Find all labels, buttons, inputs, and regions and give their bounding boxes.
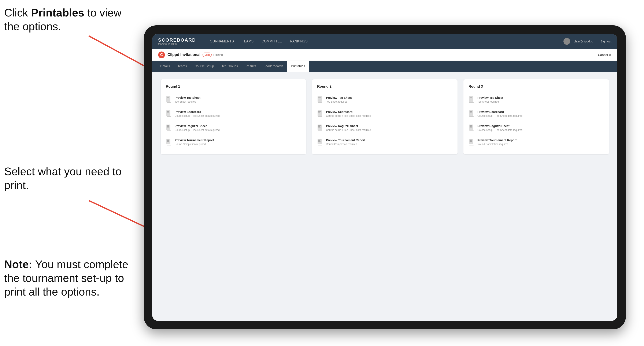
tournament-name: Clippd Invitational (168, 53, 200, 57)
svg-rect-40 (318, 145, 322, 146)
tournament-logo: C (158, 51, 165, 58)
scorecard-icon-r1 (166, 110, 172, 118)
cancel-button[interactable]: Cancel ✕ (598, 53, 612, 57)
svg-rect-38 (318, 127, 320, 128)
instruction-bottom: Note: You must complete the tournament s… (4, 258, 135, 299)
round2-tournament-report-text: Preview Tournament Report Round Completi… (326, 138, 365, 146)
round3-tee-sheet-title: Preview Tee Sheet (478, 96, 503, 100)
round2-raguzzi-text: Preview Raguzzi Sheet Course setup + Tee… (326, 124, 371, 132)
round1-tee-sheet-text: Preview Tee Sheet Tee Sheet required (175, 96, 200, 104)
svg-rect-26 (318, 97, 321, 98)
tab-tee-groups[interactable]: Tee Groups (218, 61, 242, 72)
nav-committee[interactable]: COMMITTEE (258, 38, 285, 45)
round-1-section: Round 1 Preview Tee Sheet Tee Sheet requ… (161, 79, 306, 154)
svg-rect-21 (167, 140, 169, 140)
svg-rect-18 (167, 127, 169, 128)
logo-area: SCOREBOARD Powered by clippd (158, 38, 196, 45)
round1-raguzzi-sub: Course setup + Tee Sheet data required (175, 128, 220, 132)
scorecard-icon-r3 (468, 110, 475, 118)
round2-tournament-report-title: Preview Tournament Report (326, 138, 365, 142)
hosting-badge: Hosting (213, 53, 223, 56)
round2-raguzzi[interactable]: Preview Raguzzi Sheet Course setup + Tee… (317, 121, 452, 135)
round1-scorecard[interactable]: Preview Scorecard Course setup + Tee She… (166, 107, 301, 121)
tab-printables[interactable]: Printables (287, 61, 309, 72)
svg-rect-6 (167, 97, 169, 98)
round-3-title: Round 3 (468, 84, 604, 89)
user-avatar (564, 38, 570, 45)
round1-tee-sheet-title: Preview Tee Sheet (175, 96, 200, 100)
round1-tee-sheet-sub: Tee Sheet required (175, 100, 200, 104)
svg-rect-11 (167, 111, 169, 112)
round-3-section: Round 3 Preview Tee Sheet Tee Sheet requ… (464, 79, 609, 154)
round1-tee-sheet[interactable]: Preview Tee Sheet Tee Sheet required (166, 93, 301, 107)
svg-rect-17 (167, 126, 169, 127)
round2-scorecard[interactable]: Preview Scorecard Course setup + Tee She… (317, 107, 452, 121)
tee-sheet-icon-r1 (166, 96, 172, 104)
sub-header: C Clippd Invitational Men Hosting Cancel… (152, 49, 617, 61)
round3-scorecard[interactable]: Preview Scorecard Course setup + Tee She… (468, 107, 604, 121)
round3-tee-sheet-sub: Tee Sheet required (478, 100, 503, 104)
svg-rect-56 (470, 125, 472, 126)
round2-tee-sheet-text: Preview Tee Sheet Tee Sheet required (326, 96, 352, 104)
instruction-top: Click Printables to view the options. (4, 6, 127, 33)
svg-rect-15 (166, 131, 171, 131)
svg-rect-43 (318, 141, 320, 142)
main-content: Round 1 Preview Tee Sheet Tee Sheet requ… (152, 72, 617, 321)
user-email: blair@clippd.io (574, 40, 593, 43)
nav-teams[interactable]: TEAMS (238, 38, 257, 45)
svg-rect-57 (470, 126, 472, 127)
round1-scorecard-title: Preview Scorecard (175, 110, 220, 114)
svg-rect-60 (469, 145, 474, 146)
note-bold: Note: (4, 258, 32, 270)
svg-rect-58 (470, 127, 472, 128)
round1-raguzzi-title: Preview Raguzzi Sheet (175, 124, 220, 128)
tab-results[interactable]: Results (242, 61, 260, 72)
tab-course-setup[interactable]: Course Setup (191, 61, 218, 72)
round2-scorecard-text: Preview Scorecard Course setup + Tee She… (326, 110, 371, 118)
round-1-title: Round 1 (166, 84, 301, 89)
tab-leaderboards[interactable]: Leaderboards (260, 61, 287, 72)
round2-raguzzi-title: Preview Raguzzi Sheet (326, 124, 371, 128)
round2-tee-sheet-sub: Tee Sheet required (326, 100, 352, 104)
svg-rect-51 (470, 111, 472, 112)
round1-scorecard-sub: Course setup + Tee Sheet data required (175, 114, 220, 118)
round2-tournament-report[interactable]: Preview Tournament Report Round Completi… (317, 135, 452, 149)
round3-tournament-report[interactable]: Preview Tournament Report Round Completi… (468, 135, 604, 149)
svg-rect-63 (470, 141, 472, 142)
round2-tournament-report-sub: Round Completion required (326, 143, 365, 146)
round-2-section: Round 2 Preview Tee Sheet Tee Sheet requ… (312, 79, 458, 154)
svg-rect-28 (318, 99, 320, 99)
svg-rect-10 (166, 116, 171, 117)
svg-rect-46 (470, 97, 472, 98)
svg-rect-12 (167, 112, 169, 113)
round3-scorecard-title: Preview Scorecard (478, 110, 522, 114)
nav-tournaments[interactable]: TOURNAMENTS (204, 38, 237, 45)
raguzzi-icon-r3 (468, 125, 475, 132)
round1-raguzzi[interactable]: Preview Raguzzi Sheet Course setup + Tee… (166, 121, 301, 135)
nav-right: blair@clippd.io | Sign out (564, 38, 612, 45)
round1-raguzzi-text: Preview Raguzzi Sheet Course setup + Tee… (175, 124, 220, 132)
round3-raguzzi-sub: Course setup + Tee Sheet data required (478, 128, 522, 132)
round1-tournament-report[interactable]: Preview Tournament Report Round Completi… (166, 135, 301, 149)
round-2-title: Round 2 (317, 84, 452, 89)
sign-out-link[interactable]: Sign out (601, 40, 612, 43)
tab-teams[interactable]: Teams (174, 61, 191, 72)
tournament-report-icon-r3 (468, 139, 475, 146)
round2-tee-sheet[interactable]: Preview Tee Sheet Tee Sheet required (317, 93, 452, 107)
tournament-report-icon-r2 (317, 139, 324, 146)
round3-raguzzi-text: Preview Raguzzi Sheet Course setup + Tee… (478, 124, 522, 132)
svg-rect-41 (318, 140, 321, 140)
round3-tournament-report-sub: Round Completion required (478, 143, 517, 146)
nav-rankings[interactable]: RANKINGS (286, 38, 311, 45)
round1-scorecard-text: Preview Scorecard Course setup + Tee She… (175, 110, 220, 118)
round3-tee-sheet[interactable]: Preview Tee Sheet Tee Sheet required (468, 93, 604, 107)
round3-tee-sheet-text: Preview Tee Sheet Tee Sheet required (478, 96, 503, 104)
svg-rect-27 (318, 98, 320, 98)
round3-raguzzi[interactable]: Preview Raguzzi Sheet Course setup + Tee… (468, 121, 604, 135)
svg-rect-5 (166, 102, 171, 103)
svg-rect-13 (167, 113, 169, 113)
svg-rect-62 (470, 140, 472, 141)
round1-tournament-report-sub: Round Completion required (175, 143, 214, 146)
svg-rect-32 (318, 112, 320, 113)
tab-details[interactable]: Details (156, 61, 174, 72)
